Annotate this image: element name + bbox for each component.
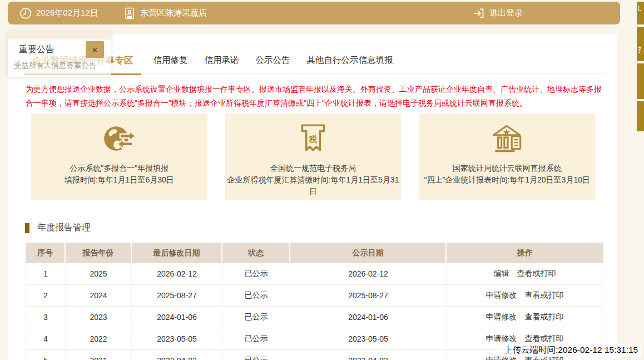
tab-label: 信用修复: [153, 55, 188, 65]
cell-no: 1: [26, 263, 66, 285]
cell-status: 已公示: [222, 307, 290, 328]
cell-published-date: 2024-01-06: [290, 307, 447, 328]
section-accent-bar: [25, 223, 29, 233]
edge-button-label: L: [638, 4, 642, 12]
cell-year: 2024: [66, 285, 132, 307]
card-schedule: 填报时间:每年1月1日至6月30日: [31, 174, 207, 186]
cell-no: 2: [26, 285, 66, 307]
account-name-group: 东营区陈涛果蔬店: [123, 7, 207, 19]
tab[interactable]: 信用修复: [153, 53, 188, 67]
cell-modified-date: 2025-08-27: [132, 285, 222, 307]
logout-icon: [473, 7, 485, 19]
logout-button[interactable]: 退出登录: [473, 7, 523, 19]
card-schedule: 企业所得税年度汇算清缴时间:每年1月1日至5月31日: [225, 174, 402, 198]
column-header: 操作: [447, 243, 603, 263]
edge-button-label: 扌: [638, 45, 644, 55]
cell-published-date: 2023-05-05: [290, 328, 447, 350]
tab-bar: 企业数据填报一件事专区 信用修复 信用承诺 公示公告 其他自行公示信息填报: [29, 53, 605, 74]
edge-floating-button[interactable]: L: [637, 2, 644, 24]
table-action-link[interactable]: 申请修改: [486, 290, 517, 299]
card-title: 全国统一规范电子税务局: [225, 162, 402, 174]
cell-modified-date: 2026-02-12: [132, 263, 222, 285]
cell-actions: 申请修改查看或打印: [447, 285, 603, 307]
popup-title: 重要公告: [19, 41, 55, 56]
cell-actions: 申请修改查看或打印: [447, 307, 603, 328]
cell-published-date: 2022-04-02: [290, 350, 447, 360]
popup-top-band: [8, 31, 111, 40]
report-card[interactable]: 国家统计局统计云联网直报系统 "四上"企业统计报表时间:每年1月20日至3月10…: [419, 114, 595, 200]
cell-year: 2023: [66, 307, 132, 328]
cell-year: 2022: [66, 328, 132, 350]
card-schedule: "四上"企业统计报表时间:每年1月20日至3月10日: [419, 174, 595, 186]
table-action-link[interactable]: 查看或打印: [525, 312, 564, 321]
report-card[interactable]: 全国统一规范电子税务局 企业所得税年度汇算清缴时间:每年1月1日至5月31日: [225, 114, 402, 200]
important-announcement-popup: 重要公告 × 受益所有人信息备案公告: [8, 31, 111, 77]
column-header: 公示日期: [290, 243, 447, 263]
cell-no: 5: [26, 350, 66, 360]
cell-modified-date: 2024-01-06: [132, 307, 222, 328]
card-title: 国家统计局统计云联网直报系统: [419, 162, 595, 174]
cell-no: 3: [26, 307, 66, 328]
tab-label: 公示公告: [256, 55, 290, 65]
table-row: 1 2025 2026-02-12 已公示 2026-02-12 编辑查看或打印: [26, 263, 603, 285]
top-bar: 2026年02月12日 东营区陈涛果蔬店 退出登录: [8, 2, 620, 24]
edge-floating-button[interactable]: 扌: [637, 27, 644, 61]
upload-time-watermark: 上传云端时间:2026-02-12 15:31:15: [501, 344, 641, 357]
table-action-link[interactable]: 申请修改: [486, 312, 517, 321]
table-header-row: 序号报告年份最后修改日期状态公示日期操作: [26, 243, 603, 263]
filing-notice-text: 为更方便您报送企业数据，公示系统设置企业数据填报一件事专区。报送市场监管年报以及…: [26, 82, 606, 110]
column-header: 序号: [26, 243, 66, 263]
current-date: 2026年02月12日: [36, 8, 98, 18]
cell-actions: 编辑查看或打印: [447, 263, 603, 285]
tab[interactable]: 信用承诺: [205, 53, 239, 67]
edge-floating-button[interactable]: [637, 101, 644, 131]
cell-status: 已公示: [222, 328, 290, 350]
bank-building-icon: [489, 122, 526, 155]
edge-floating-button[interactable]: [637, 63, 644, 99]
report-entry-cards: 公示系统"多报合一"年报填报 填报时间:每年1月1日至6月30日 全国统一规范电…: [31, 114, 595, 200]
popup-announcement-link[interactable]: 受益所有人信息备案公告: [8, 58, 111, 71]
store-name: 东营区陈涛果蔬店: [140, 8, 207, 18]
current-date-group: 2026年02月12日: [19, 7, 98, 19]
column-header: 最后修改日期: [132, 243, 222, 263]
cell-published-date: 2025-08-27: [290, 285, 447, 307]
tab-label: 其他自行公示信息填报: [307, 55, 393, 65]
cell-published-date: 2026-02-12: [290, 263, 447, 285]
cell-year: 2025: [66, 263, 132, 285]
tax-ribbon-icon: [295, 122, 331, 155]
card-title: 公示系统"多报合一"年报填报: [31, 162, 207, 174]
table-action-link[interactable]: 编辑: [494, 269, 509, 278]
table-action-link[interactable]: 申请修改: [486, 334, 517, 343]
tab[interactable]: 公示公告: [256, 53, 290, 67]
cell-status: 已公示: [222, 350, 290, 360]
column-header: 状态: [222, 243, 290, 263]
edge-floating-buttons: L扌: [637, 0, 644, 134]
section-header: 年度报告管理: [25, 222, 617, 234]
table-action-link[interactable]: 查看或打印: [525, 334, 564, 343]
cell-status: 已公示: [222, 285, 290, 307]
tab[interactable]: 其他自行公示信息填报: [307, 53, 393, 67]
clock-icon: [19, 7, 32, 19]
annual-report-table: 序号报告年份最后修改日期状态公示日期操作 1 2025 2026-02-12 已…: [26, 243, 603, 360]
logout-label: 退出登录: [489, 8, 523, 18]
content-panel: 企业数据填报一件事专区 信用修复 信用承诺 公示公告 其他自行公示信息填报 为更…: [8, 34, 617, 360]
column-header: 报告年份: [66, 243, 132, 263]
cell-modified-date: 2023-05-05: [132, 328, 222, 350]
cell-modified-date: 2022-04-02: [132, 350, 222, 360]
id-card-icon: [123, 7, 136, 19]
cell-status: 已公示: [222, 263, 290, 285]
report-card[interactable]: 公示系统"多报合一"年报填报 填报时间:每年1月1日至6月30日: [31, 114, 207, 200]
tab-label: 信用承诺: [205, 55, 239, 65]
close-icon[interactable]: ×: [86, 41, 104, 58]
table-row: 2 2024 2025-08-27 已公示 2025-08-27 申请修改查看或…: [26, 285, 603, 307]
section-title: 年度报告管理: [37, 222, 91, 234]
table-action-link[interactable]: 查看或打印: [525, 290, 564, 299]
globe-arrows-icon: [101, 122, 137, 155]
cell-year: 2021: [66, 350, 132, 360]
table-row: 3 2023 2024-01-06 已公示 2024-01-06 申请修改查看或…: [26, 307, 603, 328]
table-action-link[interactable]: 查看或打印: [517, 269, 556, 278]
cell-no: 4: [26, 328, 66, 350]
